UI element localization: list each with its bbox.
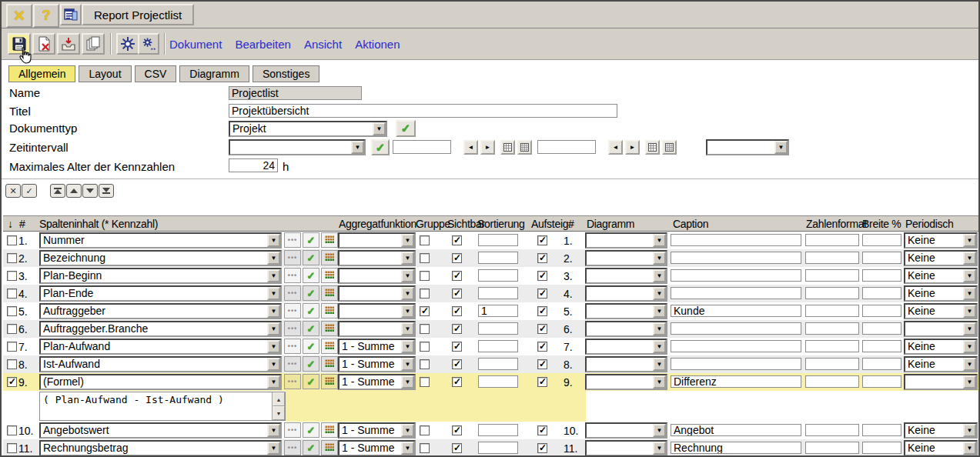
zahlenformat-field[interactable] [805, 269, 859, 282]
row-select-checkbox[interactable] [7, 443, 17, 453]
chevron-down-icon[interactable]: ▼ [267, 252, 280, 265]
sichtbar-checkbox[interactable] [452, 359, 462, 369]
sichtbar-checkbox[interactable] [452, 235, 462, 245]
report-tab[interactable]: Report Projectlist [60, 4, 194, 25]
gruppe-checkbox[interactable] [420, 253, 430, 263]
chevron-down-icon[interactable]: ▼ [267, 358, 280, 371]
caption-field[interactable] [671, 322, 801, 335]
chevron-down-icon[interactable]: ▼ [401, 322, 414, 335]
prev-date-from-button[interactable]: ◄ [463, 140, 478, 155]
chevron-down-icon[interactable]: ▼ [963, 322, 976, 335]
matrix-button[interactable] [321, 321, 338, 336]
chevron-down-icon[interactable]: ▼ [401, 305, 414, 318]
content-combo[interactable]: Ist-Aufwand▼ [39, 356, 282, 372]
zeitintervall-apply-button[interactable]: ✓ [371, 139, 390, 155]
select-all-button[interactable]: ✓ [22, 184, 37, 198]
zahlenformat-field[interactable] [805, 424, 859, 436]
aggregatfunktion-combo[interactable]: ▼ [338, 232, 416, 249]
periodisch-combo[interactable]: Keine▼ [904, 268, 978, 284]
chevron-down-icon[interactable]: ▼ [963, 269, 976, 282]
chevron-down-icon[interactable]: ▼ [401, 375, 414, 389]
row-select-checkbox[interactable] [7, 377, 17, 387]
zahlenformat-field[interactable] [805, 252, 859, 264]
aggregatfunktion-combo[interactable]: ▼ [338, 285, 416, 302]
periodisch-combo[interactable]: Keine▼ [904, 285, 978, 302]
next-date-from-button[interactable]: ► [480, 140, 495, 155]
aufsteigend-checkbox[interactable] [537, 425, 547, 435]
aggregatfunktion-combo[interactable]: ▼ [338, 250, 416, 266]
chevron-down-icon[interactable]: ▼ [774, 141, 788, 154]
caption-field[interactable] [671, 234, 801, 246]
more-options-button[interactable]: ••• [284, 440, 301, 455]
zahlenformat-field[interactable] [805, 234, 859, 246]
run-report-button[interactable] [116, 33, 139, 55]
aufsteigend-checkbox[interactable] [537, 342, 547, 352]
sichtbar-checkbox[interactable] [452, 253, 462, 263]
row-select-checkbox[interactable] [7, 425, 17, 435]
content-combo[interactable]: Plan-Ende▼ [39, 285, 282, 302]
chevron-down-icon[interactable]: ▼ [267, 305, 280, 318]
aufsteigend-checkbox[interactable] [537, 253, 547, 263]
caption-field[interactable] [671, 269, 801, 282]
calendar-to-button[interactable] [645, 140, 660, 155]
formula-scrollbar[interactable]: ▲ ▼ [272, 392, 285, 420]
zahlenformat-field[interactable] [805, 358, 859, 370]
chevron-down-icon[interactable]: ▼ [653, 340, 666, 353]
content-combo[interactable]: Auftraggeber.Branche▼ [39, 321, 282, 337]
content-combo[interactable]: Rechnungsbetrag▼ [39, 440, 282, 456]
sort-direction-icon[interactable]: ↓ [8, 218, 13, 230]
chevron-down-icon[interactable]: ▼ [267, 234, 280, 247]
validate-button[interactable]: ✓ [303, 321, 319, 336]
gruppe-checkbox[interactable] [420, 324, 430, 334]
periodisch-combo[interactable]: Keine▼ [904, 250, 978, 266]
scroll-down-icon[interactable]: ▼ [273, 406, 285, 420]
calendar-from-button[interactable] [500, 140, 515, 155]
import-document-button[interactable] [57, 33, 80, 55]
matrix-button[interactable] [321, 232, 338, 248]
sichtbar-checkbox[interactable] [452, 342, 462, 352]
gruppe-checkbox[interactable] [420, 306, 430, 316]
diagramm-combo[interactable]: ▼ [585, 374, 667, 390]
content-combo[interactable]: Angebotswert▼ [39, 422, 282, 439]
tab-sonstiges[interactable]: Sonstiges [253, 65, 319, 82]
row-select-checkbox[interactable] [7, 253, 17, 263]
chevron-down-icon[interactable]: ▼ [653, 252, 666, 265]
diagramm-combo[interactable]: ▼ [585, 250, 667, 266]
chevron-down-icon[interactable]: ▼ [963, 340, 976, 353]
chevron-down-icon[interactable]: ▼ [267, 287, 280, 300]
diagramm-combo[interactable]: ▼ [585, 422, 667, 439]
matrix-button[interactable] [321, 303, 338, 319]
help-button[interactable]: ? [33, 4, 59, 28]
calendar-to-alt-button[interactable] [662, 140, 677, 155]
breite-field[interactable] [862, 234, 901, 246]
chevron-down-icon[interactable]: ▼ [401, 358, 414, 371]
chevron-down-icon[interactable]: ▼ [267, 375, 280, 389]
sortierung-field[interactable] [478, 305, 518, 317]
periodisch-combo[interactable]: Keine▼ [904, 232, 978, 249]
validate-button[interactable]: ✓ [303, 232, 319, 248]
sichtbar-checkbox[interactable] [452, 425, 462, 435]
validate-button[interactable]: ✓ [303, 356, 319, 372]
chevron-down-icon[interactable]: ▼ [401, 340, 414, 353]
gruppe-checkbox[interactable] [420, 443, 430, 453]
chevron-down-icon[interactable]: ▼ [401, 252, 414, 265]
chevron-down-icon[interactable]: ▼ [373, 122, 386, 135]
matrix-button[interactable] [321, 440, 338, 455]
aufsteigend-checkbox[interactable] [537, 271, 547, 281]
aufsteigend-checkbox[interactable] [537, 306, 547, 316]
diagramm-combo[interactable]: ▼ [585, 285, 667, 302]
move-bottom-button[interactable] [99, 184, 114, 198]
sortierung-field[interactable] [478, 322, 518, 335]
sortierung-field[interactable] [478, 252, 518, 264]
validate-button[interactable]: ✓ [303, 268, 319, 283]
validate-button[interactable]: ✓ [303, 303, 319, 319]
more-options-button[interactable]: ••• [284, 321, 301, 336]
chevron-down-icon[interactable]: ▼ [963, 358, 976, 371]
name-field[interactable] [229, 86, 362, 100]
chevron-down-icon[interactable]: ▼ [653, 375, 666, 389]
close-button[interactable]: ✕ [6, 4, 32, 28]
titel-field[interactable] [229, 104, 617, 118]
breite-field[interactable] [862, 340, 901, 352]
matrix-button[interactable] [321, 356, 338, 372]
aufsteigend-checkbox[interactable] [537, 235, 547, 245]
